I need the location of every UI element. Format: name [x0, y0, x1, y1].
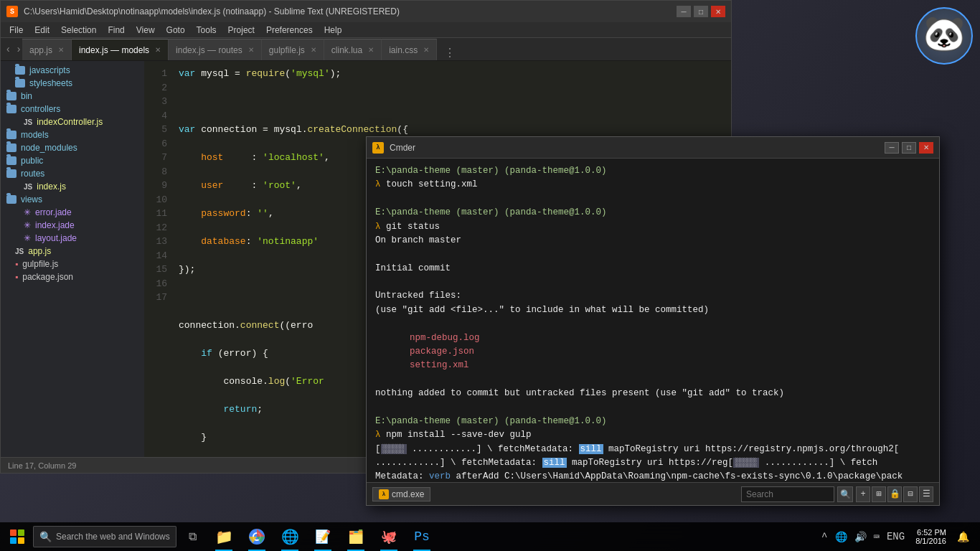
terminal-line: Initial commit — [375, 262, 930, 276]
windows-logo-icon — [10, 529, 24, 544]
tab-prev-button[interactable]: ‹ — [4, 43, 13, 55]
taskbar-sublime-button[interactable]: 📝 — [307, 522, 339, 551]
system-tray: ^ 🌐 🔊 ⌨ ENG 6:52 PM 8/1/2016 🔔 — [819, 528, 977, 545]
taskbar-photoshop-button[interactable]: Ps — [406, 522, 438, 551]
menu-find[interactable]: Find — [102, 24, 130, 37]
taskbar-edge-button[interactable]: 🌐 — [274, 522, 306, 551]
sidebar-item-errorjade[interactable]: ✳ error.jade — [1, 206, 144, 219]
terminal-line — [375, 400, 930, 414]
sidebar-item-appjs[interactable]: JS app.js — [1, 245, 144, 258]
sidebar-label: package.json — [22, 272, 73, 282]
maximize-button[interactable]: □ — [694, 6, 708, 17]
sidebar-label: controllers — [21, 104, 60, 114]
menu-goto[interactable]: Goto — [161, 24, 191, 37]
cmder-menu-icon[interactable]: ☰ — [919, 486, 933, 502]
cmder-maximize-button[interactable]: □ — [902, 142, 916, 154]
tab-gulpfile-close[interactable]: ✕ — [311, 46, 316, 54]
tray-keyboard-icon[interactable]: ⌨ — [872, 531, 882, 543]
sidebar-item-controllers[interactable]: controllers — [1, 103, 144, 116]
tab-indexjs-models[interactable]: index.js — models ✕ — [72, 39, 169, 60]
sidebar-label: node_modules — [21, 143, 77, 153]
status-position: Line 17, Column 29 — [8, 461, 76, 470]
tab-gulpfile[interactable]: gulpfile.js ✕ — [262, 39, 324, 60]
tab-indexjs-models-close[interactable]: ✕ — [155, 46, 161, 54]
cmder-add-tab-icon[interactable]: + — [856, 486, 870, 502]
cmder-lock-icon[interactable]: 🔒 — [887, 486, 902, 502]
time-display: 6:52 PM — [915, 528, 946, 537]
taskbar-explorer-button[interactable]: 📁 — [208, 522, 240, 551]
cmder-tab-label: cmd.exe — [392, 489, 424, 499]
terminal-line — [375, 373, 930, 387]
tab-iaincss[interactable]: iain.css ✕ — [382, 39, 437, 60]
tab-clink-close[interactable]: ✕ — [368, 46, 374, 54]
sublime-titlebar: S C:\Users\Hamid\Desktop\notinaapp\model… — [1, 1, 731, 22]
sidebar-item-gulpfilejs[interactable]: ▪ gulpfile.js — [1, 258, 144, 270]
tray-network-icon[interactable]: 🌐 — [833, 531, 849, 543]
sidebar-item-stylesheets[interactable]: stylesheets — [1, 77, 144, 90]
taskbar-search[interactable]: 🔍 Search the web and Windows — [33, 526, 176, 547]
menu-help[interactable]: Help — [319, 24, 348, 37]
terminal-content[interactable]: E:\panda-theme (master) (panda-theme@1.0… — [367, 159, 939, 482]
taskbar-gitkraken-button[interactable]: 🐙 — [373, 522, 405, 551]
tab-appjs[interactable]: app.js ✕ — [22, 39, 72, 60]
menu-preferences[interactable]: Preferences — [260, 24, 319, 37]
sidebar-item-layoutjade[interactable]: ✳ layout.jade — [1, 232, 144, 245]
cmder-search-button[interactable]: 🔍 — [837, 486, 853, 502]
folder-icon — [6, 195, 17, 204]
menu-selection[interactable]: Selection — [55, 24, 102, 37]
minimize-button[interactable]: ─ — [677, 6, 691, 17]
menu-edit[interactable]: Edit — [29, 24, 55, 37]
sidebar-item-indexjade[interactable]: ✳ index.jade — [1, 219, 144, 232]
explorer-icon: 📁 — [215, 528, 233, 546]
taskbar-chrome-button[interactable] — [241, 522, 273, 551]
sidebar-item-routes[interactable]: routes — [1, 167, 144, 180]
sidebar-label: indexController.js — [37, 117, 103, 127]
cmder-app-icon: λ — [372, 142, 384, 154]
sublime-title-text: C:\Users\Hamid\Desktop\notinaapp\models\… — [24, 6, 671, 17]
close-button[interactable]: ✕ — [711, 6, 725, 17]
sidebar-item-public[interactable]: public — [1, 154, 144, 167]
sidebar-label: index.js — [37, 182, 66, 192]
sidebar-item-javascripts[interactable]: javascripts — [1, 64, 144, 77]
tab-more-button[interactable]: ⋮ — [438, 46, 461, 60]
terminal-line: nothing added to commit but untracked fi… — [375, 387, 930, 400]
cmder-search-input[interactable] — [741, 486, 834, 502]
cmder-grid-icon[interactable]: ⊟ — [903, 486, 918, 502]
tab-iaincss-close[interactable]: ✕ — [423, 46, 429, 54]
taskbar-files-button[interactable]: 🗂️ — [340, 522, 372, 551]
menu-project[interactable]: Project — [222, 24, 260, 37]
tab-indexjs-routes-close[interactable]: ✕ — [248, 46, 254, 54]
sidebar-item-packagejson[interactable]: ▪ package.json — [1, 270, 144, 283]
terminal-line: (use "git add <file>..." to include in w… — [375, 303, 930, 317]
terminal-line: setting.xml — [375, 359, 930, 372]
sidebar-label: models — [21, 130, 49, 140]
sidebar-label: javascripts — [29, 65, 70, 75]
tab-gulpfile-label: gulpfile.js — [269, 45, 305, 55]
folder-icon — [15, 79, 25, 88]
tab-indexjs-routes[interactable]: index.js — routes ✕ — [169, 39, 262, 60]
sidebar-item-bin[interactable]: bin — [1, 90, 144, 103]
other-indicator: ▪ — [15, 272, 18, 282]
menu-file[interactable]: File — [4, 24, 29, 37]
cmder-minimize-button[interactable]: ─ — [885, 142, 899, 154]
tray-notification-icon[interactable]: 🔔 — [955, 531, 971, 543]
cmder-close-button[interactable]: ✕ — [919, 142, 933, 154]
sidebar-item-node-modules[interactable]: node_modules — [1, 141, 144, 154]
tab-appjs-close[interactable]: ✕ — [58, 46, 64, 54]
menu-view[interactable]: View — [131, 24, 161, 37]
cmder-tab-cmd[interactable]: λ cmd.exe — [372, 487, 430, 501]
tray-chevron-icon[interactable]: ^ — [819, 531, 829, 542]
sidebar-item-views[interactable]: views — [1, 193, 144, 206]
folder-icon — [6, 169, 17, 178]
file-sidebar: javascripts stylesheets bin controllers … — [1, 61, 144, 457]
sidebar-item-indexjs[interactable]: JS index.js — [1, 180, 144, 193]
menu-tools[interactable]: Tools — [191, 24, 222, 37]
start-button[interactable] — [3, 522, 32, 551]
tab-clink[interactable]: clink.lua ✕ — [324, 39, 382, 60]
tray-volume-icon[interactable]: 🔊 — [852, 531, 869, 543]
sidebar-item-indexcontroller[interactable]: JS indexController.js — [1, 116, 144, 128]
cmder-split-icon[interactable]: ⊞ — [872, 486, 886, 502]
task-view-button[interactable]: ⧉ — [178, 522, 207, 551]
tab-indexjs-models-label: index.js — models — [79, 45, 149, 55]
sidebar-item-models[interactable]: models — [1, 128, 144, 141]
